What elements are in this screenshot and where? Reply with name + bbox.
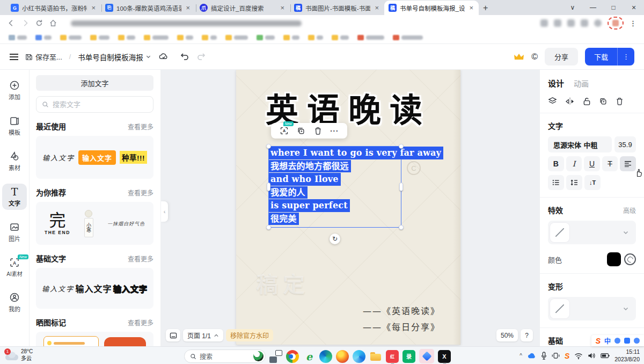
sticker-speech-bubble[interactable] <box>43 336 99 346</box>
transform-select[interactable] <box>548 297 636 321</box>
list-button[interactable] <box>548 175 564 190</box>
browser-tab[interactable]: ⎘ 100条-爆款英语鸡汤语录 - 飞书 × <box>101 1 195 15</box>
browser-tab[interactable]: 爪 搞定设计_百度搜索 × <box>195 1 290 15</box>
window-minimize-button[interactable]: — <box>583 0 603 14</box>
file-explorer-icon[interactable] <box>369 350 382 363</box>
screen-record-icon[interactable]: 录 <box>402 350 415 363</box>
bookmark-item[interactable] <box>177 35 193 40</box>
capcut-icon[interactable]: X <box>438 350 451 363</box>
see-more-link[interactable]: 查看更多 <box>128 254 153 263</box>
home-icon[interactable] <box>49 19 57 27</box>
audio-device-icon[interactable] <box>552 352 560 359</box>
panel-collapse-handle[interactable]: ‹ <box>161 201 168 222</box>
flip-icon[interactable] <box>565 97 575 106</box>
resize-handle-right[interactable] <box>399 183 403 191</box>
effects-select[interactable] <box>548 221 636 244</box>
bookmark-item[interactable] <box>118 35 135 40</box>
rail-item-add[interactable]: 添加 <box>2 77 27 104</box>
align-button[interactable] <box>620 156 636 171</box>
extension-icon[interactable] <box>540 19 548 27</box>
refresh-icon[interactable] <box>35 19 43 27</box>
color-picker-icon[interactable] <box>624 253 636 265</box>
bookmark-item[interactable] <box>257 35 275 40</box>
menu-icon[interactable] <box>10 54 18 60</box>
redo-icon[interactable] <box>196 52 206 62</box>
task-view-button[interactable] <box>269 350 282 363</box>
tab-close-icon[interactable]: × <box>374 4 380 12</box>
ime-mode-chinese[interactable]: 中 <box>604 336 611 345</box>
add-text-button[interactable]: 添加文字 <box>36 75 153 91</box>
firefox-icon[interactable] <box>336 350 349 363</box>
pages-panel-button[interactable] <box>166 329 180 341</box>
battery-icon[interactable] <box>601 353 610 359</box>
browser-menu-icon[interactable]: ⋮ <box>630 19 636 27</box>
see-more-link[interactable]: 查看更多 <box>128 318 153 327</box>
taskbar-search[interactable]: 搜索 <box>184 350 266 363</box>
layers-icon[interactable] <box>548 97 557 106</box>
selected-text-element[interactable]: where I want to go is very far away 我想去的… <box>268 146 401 228</box>
ime-voice-icon[interactable] <box>614 338 620 344</box>
edge-icon[interactable] <box>319 350 332 363</box>
tab-design[interactable]: 设计 <box>548 77 564 89</box>
browser-360-icon[interactable] <box>353 350 365 363</box>
bookmark-item[interactable] <box>357 35 384 40</box>
sticker-red-badge[interactable] <box>104 337 146 346</box>
tab-close-icon[interactable]: × <box>279 4 286 12</box>
copyright-icon[interactable]: © <box>531 52 538 62</box>
rotate-handle[interactable]: ↻ <box>330 234 340 244</box>
line-spacing-button[interactable] <box>566 175 582 190</box>
font-size-input[interactable]: 35.9 <box>614 136 636 152</box>
remove-watermark-button[interactable]: 移除官方水印 <box>226 329 273 341</box>
rail-item-template[interactable]: 模板 <box>2 113 27 139</box>
zoom-level-button[interactable]: 50% <box>496 329 518 341</box>
advanced-link[interactable]: 高级 <box>623 206 636 215</box>
duplicate-icon[interactable] <box>297 127 305 135</box>
text-style-bold[interactable]: 输入文字 <box>75 282 112 295</box>
ime-keyboard-icon[interactable] <box>624 338 630 344</box>
poster-quote-2[interactable]: ——《每日分享》 <box>363 320 440 333</box>
microphone-icon[interactable] <box>541 352 547 360</box>
cloud-drive-icon[interactable] <box>527 352 536 359</box>
text-style-script[interactable]: 输入文字 <box>42 152 75 163</box>
bookmark-item[interactable] <box>35 35 52 40</box>
italic-button[interactable]: I <box>566 156 582 171</box>
xiaohongshu-icon[interactable]: 红 <box>386 350 399 363</box>
text-color-swatch[interactable] <box>607 252 621 266</box>
bookmark-item[interactable] <box>332 35 349 40</box>
share-button[interactable]: 分享 <box>545 48 578 65</box>
extension-icon[interactable] <box>554 19 561 27</box>
chrome-icon[interactable] <box>286 350 299 363</box>
active-app-highlight[interactable] <box>419 349 434 363</box>
bookmark-item[interactable] <box>90 35 109 40</box>
browser-tab-active[interactable]: 稿 书单号自制模板海报_设计页 - 稿 × <box>384 1 479 15</box>
taskbar-weather-widget[interactable]: 1 28°C 多云 <box>5 348 33 362</box>
help-button[interactable]: ? <box>521 329 533 341</box>
text-style-highlight[interactable]: 种草!!! <box>120 151 147 164</box>
window-close-button[interactable]: × <box>624 0 644 14</box>
font-family-select[interactable]: 思源宋体 中粗 <box>548 136 612 152</box>
strikethrough-button[interactable]: T <box>602 156 618 171</box>
cloud-sync-icon[interactable] <box>158 52 169 62</box>
tab-close-icon[interactable]: × <box>90 4 97 12</box>
window-maximize-button[interactable]: □ <box>603 0 624 14</box>
rail-item-material[interactable]: 素材 <box>2 148 27 174</box>
sogou-logo[interactable]: S <box>596 337 601 345</box>
page-indicator[interactable]: 页面 1/1 <box>183 329 223 341</box>
tab-close-icon[interactable]: × <box>468 4 474 12</box>
alert-extension-icon[interactable] <box>608 17 624 30</box>
download-button[interactable]: 下载 <box>585 48 617 65</box>
text-style-script[interactable]: 输入文字 <box>42 283 74 294</box>
design-canvas[interactable]: 英语晚读 C 稿定 ——《英语晚读》 ——《每日分享》 New A ··· wh… <box>161 70 539 346</box>
bookmark-item[interactable] <box>144 35 169 40</box>
resize-handle-top-left[interactable] <box>266 144 271 149</box>
search-input[interactable] <box>53 100 148 108</box>
extension-icon[interactable] <box>567 19 575 27</box>
bookmark-item[interactable] <box>60 35 82 40</box>
search-box[interactable] <box>36 96 153 113</box>
copy-icon[interactable] <box>599 97 608 106</box>
rail-item-mine[interactable]: 我的 <box>2 289 27 316</box>
undo-icon[interactable] <box>180 52 189 62</box>
more-options-icon[interactable]: ··· <box>330 127 339 135</box>
vertical-text-button[interactable]: ↓T <box>584 175 601 190</box>
crown-vip-icon[interactable] <box>514 53 524 61</box>
